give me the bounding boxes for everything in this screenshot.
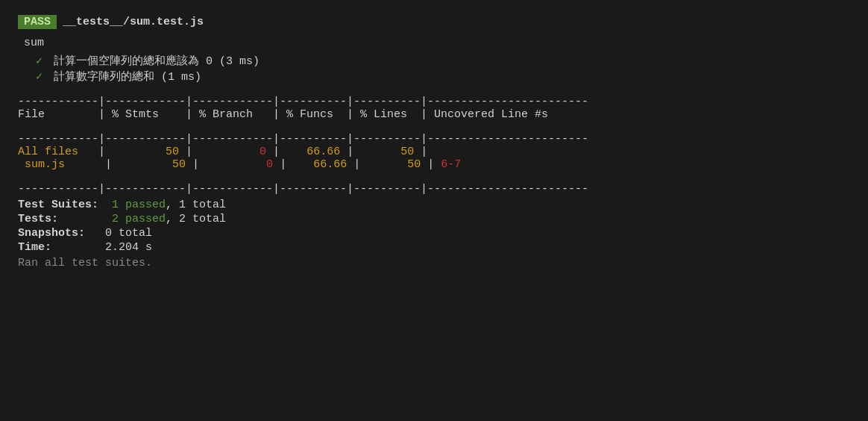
sumjs-stmts: 50 xyxy=(172,158,186,171)
summary-test-suites: Test Suites: 1 passed, 1 total xyxy=(18,199,850,211)
pass-badge: PASS xyxy=(18,15,57,29)
snapshots-value: 0 total xyxy=(105,227,152,240)
allfiles-funcs: 66.66 xyxy=(306,146,340,158)
separator-bottom: ------------|------------|------------|-… xyxy=(18,183,850,196)
separator-mid: ------------|------------|------------|-… xyxy=(18,133,850,146)
sumjs-lines: 50 xyxy=(407,158,421,171)
sumjs-label: sum.js xyxy=(25,158,65,171)
check-icon-2: ✓ xyxy=(36,71,43,84)
tests-label: Tests: xyxy=(18,213,58,225)
ran-all-line: Ran all test suites. xyxy=(18,257,850,269)
test-suites-label: Test Suites: xyxy=(18,199,98,211)
summary-time: Time: 2.204 s xyxy=(18,241,850,254)
test-label-1: 計算一個空陣列的總和應該為 0 (3 ms) xyxy=(54,55,260,68)
table-header: File | % Stmts | % Branch | % Funcs | % … xyxy=(18,108,850,121)
allfiles-branch: 0 xyxy=(260,146,266,158)
sumjs-branch: 0 xyxy=(266,158,273,171)
separator-top: ------------|------------|------------|-… xyxy=(18,96,850,108)
tests-passed: 2 passed xyxy=(112,213,166,225)
summary-section: Test Suites: 1 passed, 1 total Tests: 2 … xyxy=(18,199,850,269)
check-icon-1: ✓ xyxy=(36,55,43,68)
test-item-2: ✓ 計算數字陣列的總和 (1 ms) xyxy=(36,69,850,84)
allfiles-label: All files xyxy=(18,146,78,158)
table-row-sumjs: sum.js | 50 | 0 | 66.66 | 50 | 6-7 xyxy=(18,158,850,171)
test-item-1: ✓ 計算一個空陣列的總和應該為 0 (3 ms) xyxy=(36,54,850,68)
test-suites-passed: 1 passed xyxy=(112,199,166,211)
summary-tests: Tests: 2 passed, 2 total xyxy=(18,213,850,225)
file-path: __tests__/sum.test.js xyxy=(63,16,204,28)
allfiles-stmts: 50 xyxy=(166,146,179,158)
header-line: PASS __tests__/sum.test.js xyxy=(18,15,850,29)
summary-snapshots: Snapshots: 0 total xyxy=(18,227,850,240)
terminal-output: PASS __tests__/sum.test.js sum ✓ 計算一個空陣列… xyxy=(18,15,850,269)
allfiles-lines: 50 xyxy=(400,146,414,158)
snapshots-label: Snapshots: xyxy=(18,227,85,240)
sumjs-funcs: 66.66 xyxy=(313,158,347,171)
time-value: 2.204 s xyxy=(105,241,152,254)
time-label: Time: xyxy=(18,241,51,254)
sumjs-uncovered: 6-7 xyxy=(441,158,461,171)
suite-name: sum xyxy=(24,37,850,49)
test-label-2: 計算數字陣列的總和 (1 ms) xyxy=(54,71,201,84)
table-row-allfiles: All files | 50 | 0 | 66.66 | 50 | xyxy=(18,146,850,158)
